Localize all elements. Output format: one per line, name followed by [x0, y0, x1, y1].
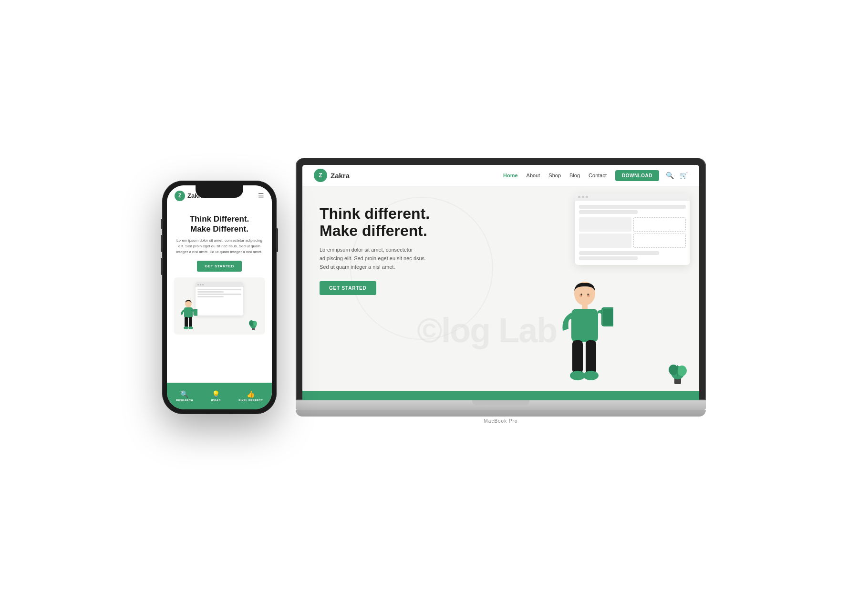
phone-power-btn [277, 228, 278, 252]
svg-point-10 [253, 321, 257, 326]
svg-point-6 [188, 326, 193, 329]
row2 [579, 210, 638, 214]
line1 [197, 289, 241, 290]
b-dot1 [578, 196, 580, 198]
phone-hero-title: Think Different.Make Different. [174, 214, 265, 234]
phone-nav-research[interactable]: 🔍 RESEARCH [176, 390, 193, 402]
laptop-notch [472, 400, 529, 405]
website-hero: Think different. Make different. Lorem i… [302, 187, 699, 391]
website-hero-right [517, 187, 699, 391]
hero-browser-bar [575, 193, 690, 201]
nav-link-blog[interactable]: Blog [569, 173, 580, 178]
svg-point-27 [677, 366, 687, 376]
website-logo: Z Zakra [314, 169, 350, 182]
svg-rect-3 [185, 317, 188, 327]
laptop-base [296, 400, 706, 410]
hero-browser-body [575, 201, 690, 264]
website: Z Zakra Home About Shop Blog Contact DOW… [302, 165, 699, 400]
phone-notch [196, 185, 243, 198]
website-nav-download-btn[interactable]: DOWNLOAD [615, 170, 659, 181]
phone-person-figure [179, 299, 197, 335]
phone-nav-pixel[interactable]: 👍 PIXEL PERFECT [238, 390, 263, 402]
cart-icon[interactable]: 🛒 [680, 172, 688, 179]
phone-plant [248, 317, 258, 333]
card3 [579, 234, 631, 248]
phone-menu-icon[interactable]: ☰ [258, 192, 264, 200]
website-nav: Z Zakra Home About Shop Blog Contact DOW… [302, 165, 699, 187]
row4 [579, 256, 638, 260]
website-logo-icon: Z [314, 169, 327, 182]
dot2 [200, 284, 201, 285]
pixel-icon: 👍 [247, 390, 255, 398]
svg-rect-2 [194, 309, 197, 315]
hero-browser-mock [575, 193, 690, 265]
svg-point-26 [669, 365, 678, 375]
svg-point-22 [581, 294, 582, 295]
website-hero-sub: Lorem ipsum dolor sit amet, consectetura… [320, 245, 434, 271]
hero-browser-grid [579, 217, 686, 248]
phone-browser-body [196, 287, 243, 315]
svg-rect-17 [586, 340, 596, 374]
svg-point-5 [184, 326, 188, 329]
website-footer-strip [302, 391, 699, 400]
search-icon[interactable]: 🔍 [666, 172, 674, 179]
phone-hero-text: Lorem ipsum dolor sit amet, consectetur … [174, 238, 265, 255]
ideas-label: IDEAS [211, 399, 221, 402]
phone-content: Think Different.Make Different. Lorem ip… [167, 206, 272, 383]
website-hero-left: Think different. Make different. Lorem i… [302, 187, 517, 391]
website-cta-button[interactable]: GET STARTED [320, 281, 376, 295]
laptop-device: Z Zakra Home About Shop Blog Contact DOW… [296, 158, 706, 424]
line3 [197, 294, 241, 295]
phone-screen: Z Zakra ☰ Think Different.Make Different… [167, 185, 272, 409]
card1 [579, 217, 631, 232]
phone-browser-mock [196, 282, 243, 315]
hero-person-figure [556, 279, 613, 391]
svg-rect-13 [571, 309, 598, 342]
svg-rect-4 [189, 317, 192, 327]
research-icon: 🔍 [180, 390, 188, 398]
row1 [579, 205, 686, 209]
phone-vol-down-btn [161, 258, 162, 275]
phone-nav-ideas[interactable]: 💡 IDEAS [211, 390, 221, 402]
phone-logo-icon: Z [175, 191, 185, 201]
phone-mute-btn [161, 219, 162, 229]
phone-body: Z Zakra ☰ Think Different.Make Different… [162, 181, 277, 414]
pixel-label: PIXEL PERFECT [238, 399, 263, 402]
svg-point-18 [570, 371, 585, 380]
dot3 [202, 284, 204, 285]
research-label: RESEARCH [176, 399, 193, 402]
b-dot2 [582, 196, 584, 198]
dot1 [197, 284, 199, 285]
line4 [197, 296, 224, 297]
svg-rect-16 [572, 340, 583, 374]
scene: Z Zakra ☰ Think Different.Make Different… [162, 158, 706, 452]
nav-link-contact[interactable]: Contact [589, 173, 607, 178]
website-nav-links: Home About Shop Blog Contact [503, 173, 607, 178]
svg-point-9 [249, 320, 254, 326]
laptop-stand [296, 410, 706, 417]
phone-illustration [174, 277, 265, 335]
row3 [579, 251, 659, 255]
phone-vol-up-btn [161, 235, 162, 252]
phone-bottom-nav: 🔍 RESEARCH 💡 IDEAS 👍 PIXEL PERFECT [167, 383, 272, 409]
svg-rect-1 [184, 307, 193, 318]
hero-plant-right [666, 356, 690, 386]
phone-browser-bar [196, 282, 243, 287]
nav-link-shop[interactable]: Shop [548, 173, 561, 178]
laptop-body: Z Zakra Home About Shop Blog Contact DOW… [296, 158, 706, 424]
ideas-icon: 💡 [212, 390, 220, 398]
phone-device: Z Zakra ☰ Think Different.Make Different… [162, 181, 277, 414]
website-nav-icons: 🔍 🛒 [666, 172, 688, 179]
phone-cta-button[interactable]: GET STARTED [197, 261, 241, 272]
svg-rect-15 [603, 309, 613, 325]
laptop-brand-label: MacBook Pro [296, 418, 706, 424]
card4 [633, 234, 686, 248]
nav-link-home[interactable]: Home [503, 173, 518, 178]
svg-point-19 [583, 371, 599, 380]
svg-point-23 [588, 294, 589, 295]
line2 [197, 291, 224, 293]
nav-link-about[interactable]: About [527, 173, 540, 178]
b-dot3 [586, 196, 588, 198]
card2 [633, 217, 686, 232]
website-logo-text: Zakra [331, 172, 350, 180]
